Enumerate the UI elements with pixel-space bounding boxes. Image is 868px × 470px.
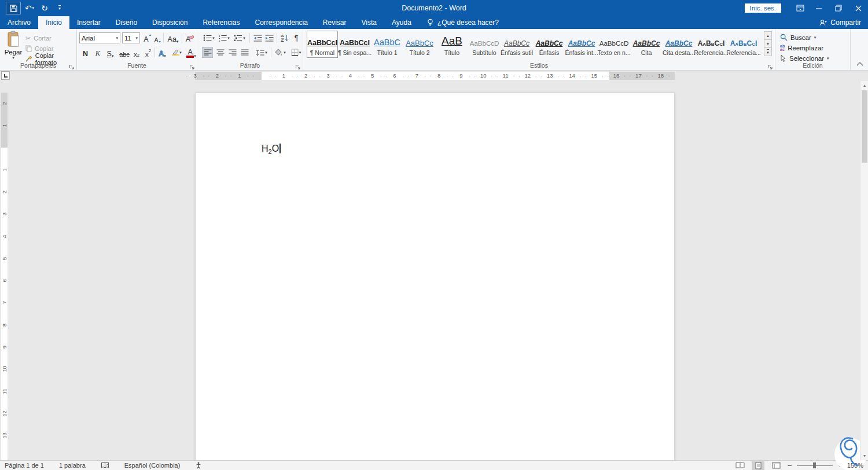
cut-button[interactable]: ✂ Cortar: [25, 33, 76, 43]
subscript-button[interactable]: x2: [131, 47, 142, 58]
clipboard-dialog-launcher[interactable]: [69, 62, 75, 68]
style-item[interactable]: AaBbCcI ¶ Normal: [307, 31, 338, 58]
style-item[interactable]: AaBbCcD Texto en n...: [598, 31, 630, 58]
style-item[interactable]: AaBbCc Cita desta...: [663, 31, 694, 58]
language-indicator[interactable]: Español (Colombia): [124, 462, 181, 469]
close-button[interactable]: [848, 0, 868, 16]
font-size-combo[interactable]: 11 ▾: [122, 32, 140, 43]
underline-button[interactable]: S▾: [104, 47, 116, 58]
superscript-button[interactable]: x2: [143, 47, 153, 58]
style-item[interactable]: AaBbCc Cita: [631, 31, 662, 58]
styles-scroll-up-button[interactable]: ▴: [764, 31, 772, 40]
tab-ayuda[interactable]: Ayuda: [384, 16, 419, 29]
proofing-status[interactable]: [101, 462, 109, 469]
styles-more-button[interactable]: ▾: [764, 47, 772, 56]
style-item[interactable]: AaBbCc Énfasis: [534, 31, 565, 58]
font-dialog-launcher[interactable]: [189, 62, 195, 68]
tab-disposicion[interactable]: Disposición: [145, 16, 195, 29]
tab-revisar[interactable]: Revisar: [315, 16, 354, 29]
italic-button[interactable]: K: [93, 47, 102, 58]
text-effects-button[interactable]: A▾: [156, 47, 168, 58]
tab-referencias[interactable]: Referencias: [195, 16, 247, 29]
undo-button[interactable]: ↶▾: [23, 2, 36, 14]
save-button[interactable]: [6, 2, 21, 14]
vruler-mark: 2: [1, 181, 8, 203]
paste-button[interactable]: Pegar ▾: [3, 31, 24, 64]
style-item[interactable]: AaB Título: [436, 31, 468, 58]
multilevel-list-button[interactable]: ▾: [232, 32, 247, 43]
paste-caret-icon[interactable]: ▾: [12, 56, 14, 60]
zoom-slider-thumb[interactable]: [813, 462, 816, 468]
tab-correspondencia[interactable]: Correspondencia: [247, 16, 315, 29]
accessibility-status[interactable]: [195, 462, 202, 469]
document-page[interactable]: H2O: [195, 93, 675, 460]
read-mode-button[interactable]: [734, 461, 746, 470]
increase-indent-button[interactable]: [264, 32, 274, 43]
font-color-button[interactable]: A ▾: [185, 47, 197, 58]
bold-button[interactable]: N: [80, 47, 90, 58]
print-layout-button[interactable]: [752, 461, 764, 470]
find-button[interactable]: Buscar ▾: [780, 32, 816, 42]
highlight-button[interactable]: ▾: [170, 47, 183, 58]
document-text[interactable]: H2O: [262, 144, 281, 155]
vertical-scrollbar[interactable]: ▴ ▾: [860, 81, 868, 460]
scroll-up-button[interactable]: ▴: [860, 81, 868, 89]
align-left-button[interactable]: [202, 47, 213, 58]
replace-button[interactable]: abac Reemplazar: [780, 43, 823, 53]
style-item[interactable]: AaBbCc Énfasis int...: [566, 31, 597, 58]
word-count[interactable]: 1 palabra: [59, 462, 86, 469]
style-item[interactable]: AaBbCcI ¶ Sin espa...: [339, 31, 370, 58]
tab-insertar[interactable]: Insertar: [69, 16, 108, 29]
styles-scroll-down-button[interactable]: ▾: [764, 39, 772, 48]
style-item[interactable]: AaBbCcI Referencia...: [728, 31, 759, 58]
styles-dialog-launcher[interactable]: [767, 62, 773, 68]
zoom-level[interactable]: 150%: [847, 462, 863, 469]
shrink-font-button[interactable]: A▾: [153, 32, 162, 43]
tab-vista[interactable]: Vista: [354, 16, 384, 29]
shading-button[interactable]: ▾: [273, 47, 288, 58]
ribbon-display-options-button[interactable]: [792, 0, 809, 16]
style-item[interactable]: AaBbC Título 1: [372, 31, 403, 58]
zoom-in-button[interactable]: +: [838, 461, 842, 469]
web-layout-button[interactable]: [770, 461, 782, 470]
customize-qat-button[interactable]: ▾: [53, 2, 66, 14]
group-editing: Buscar ▾ abac Reemplazar Seleccionar ▾ E…: [775, 29, 851, 70]
change-case-button[interactable]: Aa▾: [165, 32, 181, 43]
strikethrough-button[interactable]: abc: [119, 47, 130, 58]
font-family-combo[interactable]: Arial ▾: [79, 32, 120, 43]
bullets-button[interactable]: ▾: [202, 32, 216, 43]
zoom-slider[interactable]: [797, 465, 833, 466]
line-spacing-button[interactable]: ▾: [254, 47, 269, 58]
style-item[interactable]: AaBbCcI Referencia...: [696, 31, 727, 58]
show-paragraph-marks-button[interactable]: ¶: [292, 32, 301, 43]
tell-me-box[interactable]: ¿Qué desea hacer?: [419, 16, 499, 29]
tab-inicio[interactable]: Inicio: [38, 16, 69, 29]
grow-font-button[interactable]: A▴: [142, 32, 152, 43]
scrollbar-thumb[interactable]: [862, 90, 867, 163]
justify-button[interactable]: [239, 47, 250, 58]
undo-caret-icon[interactable]: ▾: [32, 6, 35, 10]
tab-diseno[interactable]: Diseño: [108, 16, 145, 29]
tab-selector[interactable]: [1, 71, 10, 80]
tab-archivo[interactable]: Archivo: [0, 16, 38, 29]
share-button[interactable]: Compartir: [819, 16, 861, 29]
scroll-down-button[interactable]: ▾: [860, 451, 868, 460]
style-item[interactable]: AaBbCc Énfasis sutil: [501, 31, 532, 58]
restore-button[interactable]: [829, 0, 848, 16]
zoom-out-button[interactable]: –: [788, 461, 792, 469]
style-item[interactable]: AaBbCc Título 2: [404, 31, 435, 58]
align-right-button[interactable]: [227, 47, 238, 58]
sort-button[interactable]: [278, 32, 290, 43]
clear-formatting-button[interactable]: A: [184, 32, 196, 43]
align-center-button[interactable]: [215, 47, 226, 58]
decrease-indent-button[interactable]: [252, 32, 263, 43]
collapse-ribbon-button[interactable]: [856, 58, 863, 68]
borders-button[interactable]: ▾: [289, 47, 303, 58]
page-indicator[interactable]: Página 1 de 1: [5, 462, 44, 469]
sign-in-button[interactable]: Inic. ses.: [745, 3, 781, 13]
paragraph-dialog-launcher[interactable]: [295, 62, 301, 68]
numbering-button[interactable]: ▾: [217, 32, 231, 43]
minimize-button[interactable]: [809, 0, 829, 16]
style-item[interactable]: AaBbCcD Subtítulo: [469, 31, 500, 58]
redo-button[interactable]: ↻: [38, 2, 51, 14]
